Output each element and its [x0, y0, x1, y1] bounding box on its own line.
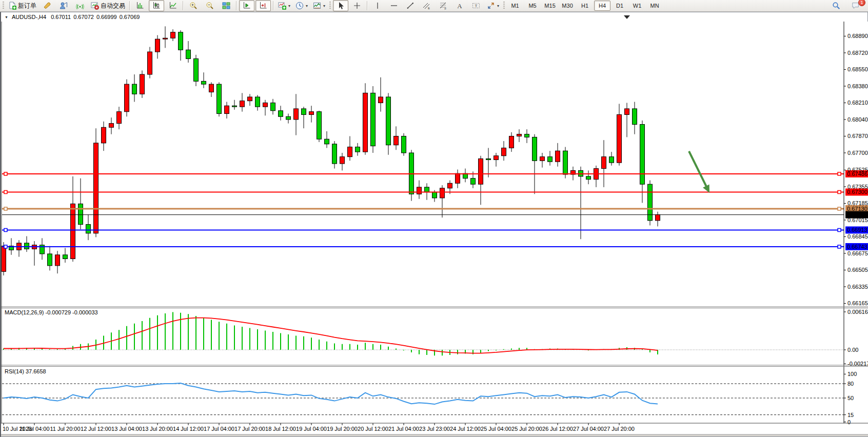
svg-text:0.006162: 0.006162: [847, 309, 868, 315]
search-icon: [832, 2, 840, 10]
cursor-icon: [337, 2, 345, 10]
chart-shift-button[interactable]: [255, 0, 271, 11]
new-order-button[interactable]: 新订单: [6, 0, 38, 11]
chart-background: [1, 22, 868, 436]
chart-shift-marker[interactable]: [624, 15, 630, 19]
notifications-button[interactable]: 1: [848, 0, 863, 11]
toolbar-drag-handle[interactable]: [3, 2, 4, 10]
svg-text:RSI(14) 37.6658: RSI(14) 37.6658: [5, 368, 46, 374]
toolbar: 新订单自动交易▾▾▾EFAT▾M1M5M15M30H1H4D1W1MN1: [0, 0, 868, 12]
timeframe-m1-button[interactable]: M1: [507, 1, 523, 11]
tile-windows-button[interactable]: [219, 0, 234, 11]
toolbar-drag-handle[interactable]: [503, 2, 505, 10]
chart-shift-icon: [259, 2, 267, 10]
new-order-button-label: 新订单: [18, 2, 36, 10]
timeframe-m5-button[interactable]: M5: [524, 1, 541, 11]
svg-text:19 Jul 20:00: 19 Jul 20:00: [327, 426, 358, 432]
bar-chart-button[interactable]: [132, 0, 148, 11]
toolbar-separator: [183, 1, 184, 10]
toolbar-right: 1: [828, 0, 864, 11]
new-order-icon: [8, 2, 16, 10]
signals-button[interactable]: [72, 0, 88, 11]
hline-icon: [390, 2, 398, 10]
text-label-button[interactable]: T: [468, 0, 484, 11]
svg-text:0.68890: 0.68890: [847, 33, 868, 39]
ohlc-low: 0.66999: [96, 14, 117, 20]
svg-text:A: A: [457, 2, 462, 10]
chevron-down-icon[interactable]: ▾: [306, 4, 308, 8]
timeframe-m30-button[interactable]: M30: [559, 1, 576, 11]
chevron-down-icon[interactable]: ▾: [288, 4, 290, 8]
shapes-icon: [487, 2, 495, 10]
svg-text:0.67870: 0.67870: [847, 133, 868, 139]
chart-bars-icon: [136, 2, 144, 10]
text-button[interactable]: A: [452, 0, 467, 11]
svg-text:0.68210: 0.68210: [847, 100, 868, 106]
toolbar-separator: [236, 1, 237, 10]
mql5-icon: [60, 2, 68, 10]
chart-title-bar: ▼ AUDUSD-,H4 0.67011 0.67072 0.66999 0.6…: [1, 13, 867, 21]
zoom-in-button[interactable]: [186, 0, 201, 11]
fibonacci-button[interactable]: F: [436, 0, 451, 11]
timeframe-h1-button[interactable]: H1: [577, 1, 593, 11]
svg-text:100: 100: [847, 371, 857, 377]
crosshair-button[interactable]: [349, 0, 365, 11]
templates-icon: [313, 2, 321, 10]
svg-text:F: F: [445, 7, 447, 10]
svg-text:0.69060: 0.69060: [847, 22, 868, 23]
cursor-button[interactable]: [333, 0, 348, 11]
svg-text:23 Jul 23:00: 23 Jul 23:00: [419, 426, 450, 432]
toolbar-separator: [367, 1, 368, 10]
candlestick-chart-button[interactable]: [149, 0, 164, 11]
svg-text:24 Jul 12:00: 24 Jul 12:00: [450, 426, 481, 432]
svg-text:MACD(12,26,9) -0.000729 -0.000: MACD(12,26,9) -0.000729 -0.000033: [5, 309, 98, 315]
signals-icon: [76, 2, 84, 10]
equidistant-channel-button[interactable]: E: [419, 0, 435, 11]
search-button[interactable]: [828, 0, 844, 11]
timeframe-d1-button[interactable]: D1: [611, 1, 628, 11]
vertical-line-button[interactable]: [370, 0, 385, 11]
svg-text:14 Jul 12:00: 14 Jul 12:00: [173, 426, 204, 432]
timeframe-m15-button[interactable]: M15: [542, 1, 558, 11]
svg-text:0.66675: 0.66675: [847, 250, 868, 256]
svg-text:26 Jul 12:00: 26 Jul 12:00: [542, 426, 573, 432]
line-chart-button[interactable]: [165, 0, 181, 11]
svg-text:0.67300: 0.67300: [847, 189, 867, 195]
timeframe-mn-button[interactable]: MN: [646, 1, 663, 11]
chart-canvas[interactable]: 0.674860.673000.671300.670690.669130.667…: [1, 22, 868, 436]
text-a-icon: A: [456, 2, 464, 10]
fibo-icon: F: [439, 2, 447, 10]
chart-menu-icon[interactable]: ▼: [5, 15, 8, 19]
autotrading-button[interactable]: 自动交易: [89, 0, 127, 11]
svg-text:50: 50: [847, 395, 854, 401]
timeframe-h4-button[interactable]: H4: [594, 1, 610, 11]
toolbar-drag-handle[interactable]: [329, 2, 331, 10]
svg-text:0.68720: 0.68720: [847, 50, 868, 56]
trendline-icon: [406, 2, 415, 10]
toolbar-separator: [129, 1, 130, 10]
svg-text:0.68040: 0.68040: [847, 116, 868, 123]
indicators-button[interactable]: ▾: [276, 0, 292, 11]
auto-scroll-button[interactable]: [239, 0, 254, 11]
svg-text:25 Jul 04:00: 25 Jul 04:00: [481, 426, 511, 432]
zoom-in-icon: [189, 2, 198, 10]
periods-button[interactable]: ▾: [293, 0, 310, 11]
svg-text:0.66845: 0.66845: [847, 233, 868, 240]
crosshair-icon: [353, 2, 361, 10]
zoom-out-button[interactable]: [202, 0, 218, 11]
horizontal-line-button[interactable]: [386, 0, 402, 11]
arrows-button[interactable]: ▾: [485, 0, 501, 11]
auto-scroll-icon: [243, 2, 251, 10]
timeframe-w1-button[interactable]: W1: [629, 1, 645, 11]
trendline-button[interactable]: [403, 0, 418, 11]
styler-button[interactable]: [40, 0, 55, 11]
text-label-icon: T: [472, 2, 480, 10]
svg-text:0.67700: 0.67700: [847, 150, 868, 156]
mql5-community-button[interactable]: [56, 0, 71, 11]
chevron-down-icon[interactable]: ▾: [323, 4, 325, 8]
svg-text:0.66165: 0.66165: [847, 300, 868, 306]
svg-text:-0.002178: -0.002178: [847, 361, 868, 367]
svg-text:0: 0: [847, 419, 851, 425]
templates-button[interactable]: ▾: [311, 0, 327, 11]
chevron-down-icon[interactable]: ▾: [497, 4, 499, 8]
